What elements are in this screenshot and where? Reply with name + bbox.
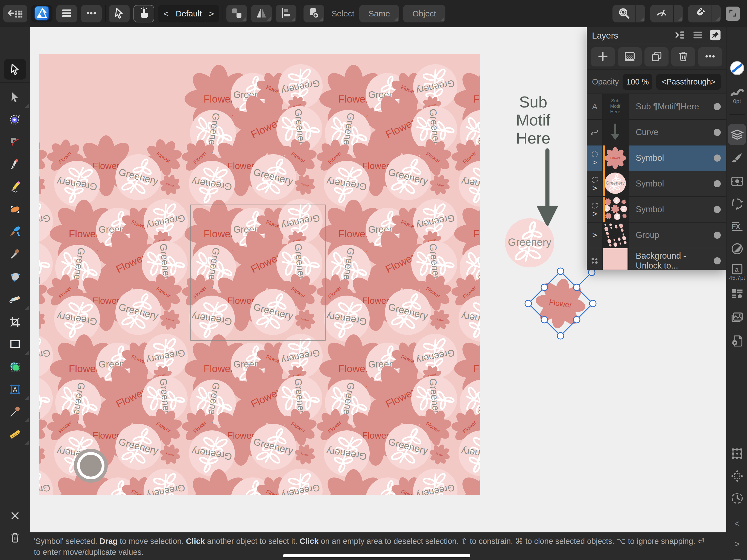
layer-name[interactable]: Sub ¶Motif¶Here <box>628 94 709 119</box>
app-logo-button[interactable] <box>31 5 52 22</box>
move-inside-button[interactable] <box>674 29 686 42</box>
knife-tool[interactable] <box>0 244 30 266</box>
duplicate-layer-button[interactable] <box>644 47 669 67</box>
help-button[interactable]: ? <box>726 558 747 560</box>
flip-button[interactable] <box>251 5 272 22</box>
layer-thumbnail[interactable] <box>603 120 628 145</box>
layer-name[interactable]: Background - Unlock to... <box>628 248 709 270</box>
add-layer-button[interactable] <box>591 47 615 67</box>
layer-row[interactable]: Curve <box>587 120 726 146</box>
layer-visibility-toggle[interactable] <box>709 248 726 270</box>
layer-thumbnail[interactable]: SubMotifHere <box>603 94 628 119</box>
layer-name[interactable]: Group <box>628 223 709 248</box>
pointer-mode-button[interactable] <box>109 5 130 22</box>
text-tool[interactable]: A <box>0 379 30 401</box>
layer-row[interactable]: >Group <box>587 223 726 248</box>
stock-studio-button[interactable] <box>726 311 747 326</box>
layer-visibility-toggle[interactable] <box>709 197 726 222</box>
expand-chevron-icon[interactable]: > <box>592 184 597 192</box>
expand-chevron-icon[interactable]: > <box>592 210 597 218</box>
snapping-control[interactable] <box>688 5 721 22</box>
select-same-button[interactable]: Same <box>359 5 399 22</box>
order-button[interactable] <box>226 5 247 22</box>
document-settings-button[interactable] <box>726 334 747 349</box>
pin-panel-button[interactable] <box>710 29 721 42</box>
history-studio-button[interactable] <box>726 491 747 506</box>
move-tool[interactable] <box>0 87 30 109</box>
fullscreen-button[interactable] <box>726 6 740 21</box>
panel-list-options-button[interactable] <box>692 29 703 42</box>
layer-thumbnail[interactable] <box>603 248 628 270</box>
layer-visibility-toggle[interactable] <box>709 94 726 119</box>
layer-name[interactable]: Symbol <box>628 171 709 196</box>
more-options-button[interactable] <box>81 5 102 22</box>
layer-visibility-toggle[interactable] <box>709 146 726 171</box>
selected-flower-symbol[interactable]: Flower <box>519 262 601 345</box>
layer-row[interactable]: >Symbol <box>587 197 726 223</box>
point-transform-tool[interactable] <box>0 199 30 221</box>
ruler-tool[interactable] <box>0 424 30 446</box>
align-button[interactable] <box>276 5 297 22</box>
shape-builder-tool[interactable] <box>0 357 30 378</box>
layer-name[interactable]: Curve <box>628 120 709 145</box>
layer-row[interactable]: Background - Unlock to... <box>587 248 726 270</box>
document-canvas[interactable]: FlowerFlowerFlowerFlowerFlowerGreeneryGr… <box>40 54 480 495</box>
touch-mode-button[interactable] <box>133 5 154 22</box>
layer-name[interactable]: Symbol <box>628 197 709 222</box>
layer-thumbnail[interactable] <box>603 197 628 222</box>
mask-layer-button[interactable] <box>618 47 642 67</box>
layer-visibility-toggle[interactable] <box>709 223 726 248</box>
delete-button[interactable] <box>0 527 30 549</box>
effects-studio-button[interactable]: FX <box>726 219 747 235</box>
back-to-documents-button[interactable] <box>3 5 27 22</box>
layer-badge[interactable]: > <box>587 197 603 222</box>
adjustments-studio-button[interactable] <box>726 174 747 189</box>
collapse-right-button[interactable]: > <box>726 539 747 549</box>
select-object-button[interactable]: Object <box>403 5 445 22</box>
menu-button[interactable] <box>56 5 77 22</box>
layer-badge[interactable]: > <box>587 223 603 248</box>
view-mode-control[interactable] <box>650 5 683 22</box>
collapse-left-button[interactable]: < <box>726 518 747 529</box>
layer-row[interactable]: ASubMotifHereSub ¶Motif¶Here <box>587 94 726 120</box>
gradient-tool[interactable] <box>0 289 30 311</box>
layer-name[interactable]: Symbol <box>628 146 709 171</box>
layer-badge[interactable]: A <box>587 94 603 119</box>
color-studio-button[interactable] <box>726 242 747 257</box>
layer-badge[interactable]: > <box>587 146 603 171</box>
symbols-studio-button[interactable] <box>726 197 747 212</box>
layer-thumbnail[interactable]: Greenery <box>603 171 628 196</box>
layer-badge[interactable]: > <box>587 171 603 196</box>
layer-thumbnail[interactable] <box>603 223 628 248</box>
rectangle-tool[interactable] <box>0 334 30 356</box>
zoom-control[interactable] <box>613 5 645 22</box>
layer-thumbnail[interactable]: Flower <box>603 146 628 171</box>
cancel-button[interactable] <box>0 505 30 527</box>
vector-brush-tool[interactable] <box>0 222 30 244</box>
layers-studio-button[interactable] <box>726 128 747 143</box>
corner-tool[interactable] <box>0 132 30 154</box>
home-indicator[interactable] <box>283 554 470 557</box>
select-tool[interactable] <box>0 59 30 81</box>
layer-more-button[interactable] <box>698 47 722 67</box>
opacity-value-field[interactable]: 100 % <box>623 74 652 90</box>
expand-chevron-icon[interactable]: > <box>592 159 597 166</box>
pencil-tool[interactable] <box>0 177 30 199</box>
layer-badge[interactable] <box>587 120 603 145</box>
expand-chevron-icon[interactable]: > <box>592 232 597 239</box>
layer-row[interactable]: >FlowerSymbol <box>587 146 726 171</box>
paragraph-studio-button[interactable] <box>726 287 747 302</box>
insert-target-button[interactable] <box>304 5 324 22</box>
delete-layer-button[interactable] <box>671 47 695 67</box>
layer-visibility-toggle[interactable] <box>709 120 726 145</box>
preset-selector[interactable]: < Default > <box>158 5 219 22</box>
arrange-studio-button[interactable] <box>726 469 747 484</box>
stroke-color-swatch[interactable] <box>726 60 747 77</box>
layer-badge[interactable] <box>587 248 603 270</box>
transform-studio-button[interactable] <box>726 447 747 462</box>
fill-tool[interactable] <box>0 266 30 288</box>
blend-mode-selector[interactable]: < Passthrough > <box>656 74 721 90</box>
brushes-studio-button[interactable] <box>726 151 747 166</box>
pen-tool[interactable] <box>0 154 30 176</box>
greenery-sub-motif[interactable]: Greenery <box>502 215 557 270</box>
